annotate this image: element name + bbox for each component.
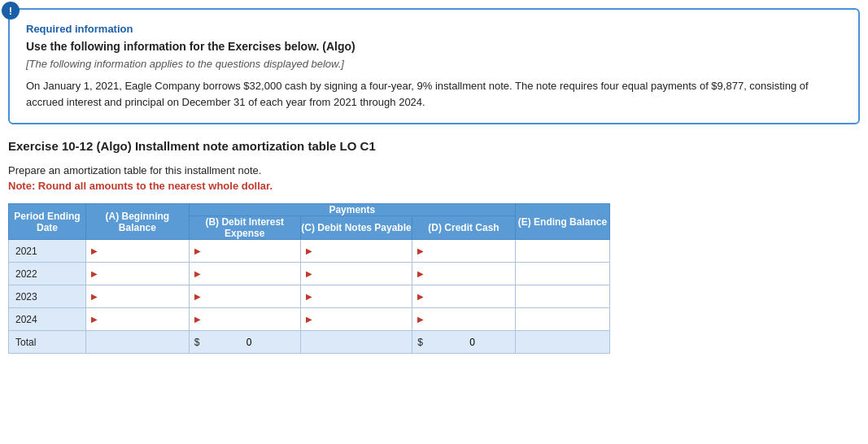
flag-marker: ▶ — [417, 292, 424, 301]
flag-marker: ▶ — [417, 269, 424, 278]
flag-marker: ▶ — [194, 315, 201, 324]
total-colE — [515, 331, 609, 354]
total-colD[interactable]: $ — [412, 331, 516, 354]
input-colC-2021[interactable] — [314, 246, 407, 257]
total-colC — [300, 331, 412, 354]
input-colB-2022[interactable] — [203, 268, 295, 280]
col-debit-notes: (C) Debit Notes Payable — [300, 216, 412, 240]
colB-2022[interactable]: ▶ — [189, 263, 300, 285]
total-colD-dollar: $ — [417, 337, 423, 348]
amortization-table: Period Ending Date (A) Beginning Balance… — [8, 203, 610, 354]
flag-marker: ▶ — [91, 292, 98, 301]
flag-marker: ▶ — [194, 269, 201, 278]
input-colA-2021[interactable] — [99, 246, 184, 257]
info-subtitle: [The following information applies to th… — [26, 58, 842, 70]
input-colE-2024[interactable] — [521, 314, 604, 325]
note-text: Note: Round all amounts to the nearest w… — [8, 180, 860, 192]
exercise-title: Exercise 10-12 (Algo) Installment note a… — [8, 139, 860, 153]
flag-marker: ▶ — [306, 292, 312, 301]
colD-2022[interactable]: ▶ — [412, 263, 516, 285]
colC-2024[interactable]: ▶ — [300, 308, 412, 331]
input-colE-2023[interactable] — [521, 291, 604, 303]
flag-marker: ▶ — [91, 246, 98, 255]
amortization-table-container: Period Ending Date (A) Beginning Balance… — [8, 203, 610, 354]
total-colB-dollar: $ — [194, 337, 200, 348]
col-credit-cash: (D) Credit Cash — [412, 216, 516, 240]
info-title: Use the following information for the Ex… — [26, 40, 842, 53]
colD-2023[interactable]: ▶ — [412, 285, 516, 308]
total-colB[interactable]: $ — [189, 331, 300, 354]
flag-marker: ▶ — [306, 246, 312, 255]
colE-2023[interactable] — [515, 285, 609, 308]
flag-marker: ▶ — [306, 315, 312, 324]
payments-header: Payments — [189, 204, 515, 216]
colB-2021[interactable]: ▶ — [189, 240, 300, 263]
input-colD-2021[interactable] — [425, 246, 510, 257]
total-colD-input[interactable] — [426, 337, 475, 348]
info-icon: ! — [2, 2, 20, 20]
table-row: 2023 ▶ ▶ ▶ — [9, 285, 610, 308]
input-colD-2023[interactable] — [425, 291, 510, 303]
input-colB-2021[interactable] — [203, 246, 295, 257]
table-row: 2022 ▶ ▶ ▶ — [9, 263, 610, 285]
colC-2023[interactable]: ▶ — [300, 285, 412, 308]
flag-marker: ▶ — [91, 315, 98, 324]
colC-2022[interactable]: ▶ — [300, 263, 412, 285]
colA-2024[interactable]: ▶ — [86, 308, 190, 331]
input-colA-2022[interactable] — [99, 268, 184, 280]
flag-marker: ▶ — [306, 269, 312, 278]
input-colE-2021[interactable] — [521, 246, 604, 257]
info-body: On January 1, 2021, Eagle Company borrow… — [26, 78, 842, 110]
colA-2021[interactable]: ▶ — [86, 240, 190, 263]
colC-2021[interactable]: ▶ — [300, 240, 412, 263]
colE-2022[interactable] — [515, 263, 609, 285]
col-beginning-balance: (A) Beginning Balance — [86, 204, 190, 240]
input-colD-2024[interactable] — [425, 314, 510, 325]
input-colB-2024[interactable] — [203, 314, 295, 325]
required-info-label: Required information — [26, 23, 842, 35]
colE-2021[interactable] — [515, 240, 609, 263]
input-colC-2023[interactable] — [314, 291, 407, 303]
col-ending-balance: (E) Ending Balance — [515, 204, 609, 240]
colA-2022[interactable]: ▶ — [86, 263, 190, 285]
input-colA-2023[interactable] — [99, 291, 184, 303]
prepare-text: Prepare an amortization table for this i… — [8, 164, 860, 176]
flag-marker: ▶ — [91, 269, 98, 278]
colE-2024[interactable] — [515, 308, 609, 331]
input-colA-2024[interactable] — [99, 314, 184, 325]
input-colD-2022[interactable] — [425, 268, 510, 280]
flag-marker: ▶ — [417, 315, 424, 324]
colB-2024[interactable]: ▶ — [189, 308, 300, 331]
input-colC-2024[interactable] — [314, 314, 407, 325]
year-cell-2022: 2022 — [9, 263, 86, 285]
total-row: Total $ $ — [9, 331, 610, 354]
col-period-ending: Period Ending Date — [9, 204, 86, 240]
colA-2023[interactable]: ▶ — [86, 285, 190, 308]
info-box: ! Required information Use the following… — [8, 8, 860, 124]
input-colB-2023[interactable] — [203, 291, 295, 303]
flag-marker: ▶ — [417, 246, 424, 255]
table-row: 2024 ▶ ▶ ▶ — [9, 308, 610, 331]
colD-2024[interactable]: ▶ — [412, 308, 516, 331]
flag-marker: ▶ — [194, 246, 201, 255]
year-cell-2024: 2024 — [9, 308, 86, 331]
year-cell-2023: 2023 — [9, 285, 86, 308]
total-colA — [86, 331, 190, 354]
flag-marker: ▶ — [194, 292, 201, 301]
table-row: 2021 ▶ ▶ ▶ — [9, 240, 610, 263]
total-colB-input[interactable] — [203, 337, 251, 348]
year-cell-2021: 2021 — [9, 240, 86, 263]
total-label: Total — [9, 331, 86, 354]
input-colE-2022[interactable] — [521, 268, 604, 280]
colB-2023[interactable]: ▶ — [189, 285, 300, 308]
colD-2021[interactable]: ▶ — [412, 240, 516, 263]
col-debit-interest: (B) Debit Interest Expense — [189, 216, 300, 240]
input-colC-2022[interactable] — [314, 268, 407, 280]
